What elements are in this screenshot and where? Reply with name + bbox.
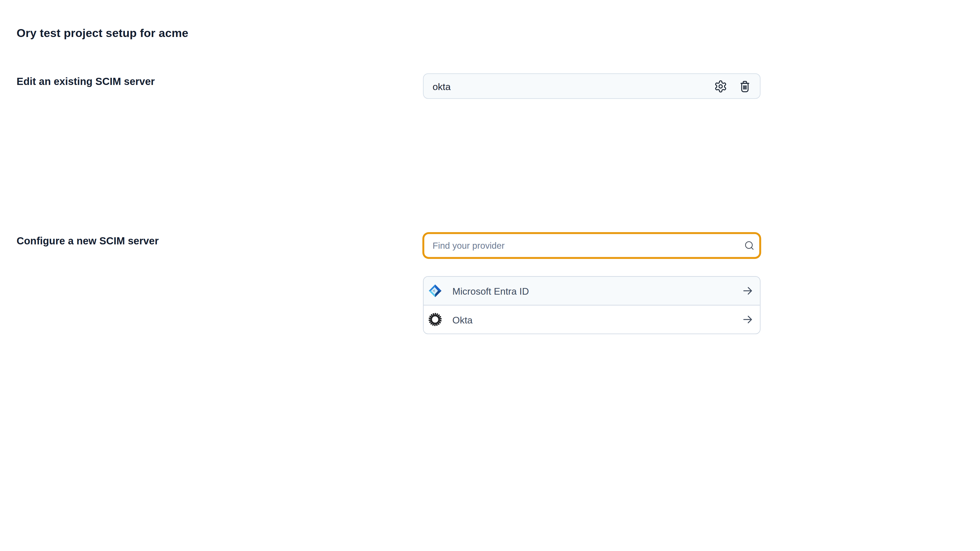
provider-search-input[interactable] (423, 233, 761, 259)
provider-row-microsoft-entra-id[interactable]: Microsoft Entra ID (424, 277, 760, 305)
provider-row-okta[interactable]: Okta (424, 305, 760, 333)
server-row-actions (713, 79, 752, 94)
scim-setup-page: Ory test project setup for acme Edit an … (0, 0, 980, 551)
microsoft-entra-id-logo (428, 283, 443, 299)
search-icon (744, 240, 755, 251)
provider-label: Okta (452, 314, 473, 325)
existing-scim-server-row[interactable]: okta (423, 73, 761, 99)
arrow-right-icon (741, 313, 754, 326)
configure-server-button[interactable] (713, 79, 728, 94)
page-background: Ory test project setup for acme Edit an … (0, 0, 980, 551)
page-title: Ory test project setup for acme (17, 27, 188, 40)
gear-icon (714, 79, 727, 93)
delete-server-button[interactable] (737, 79, 752, 94)
okta-logo (428, 312, 443, 327)
provider-list: Microsoft Entra ID Okta (423, 276, 761, 334)
provider-label: Microsoft Entra ID (452, 286, 529, 297)
trash-icon (738, 79, 751, 93)
arrow-right-icon (741, 284, 754, 297)
section-heading-edit-existing: Edit an existing SCIM server (17, 76, 155, 87)
section-heading-configure-new: Configure a new SCIM server (17, 235, 159, 247)
scim-server-name: okta (433, 81, 451, 92)
provider-search (423, 233, 761, 259)
